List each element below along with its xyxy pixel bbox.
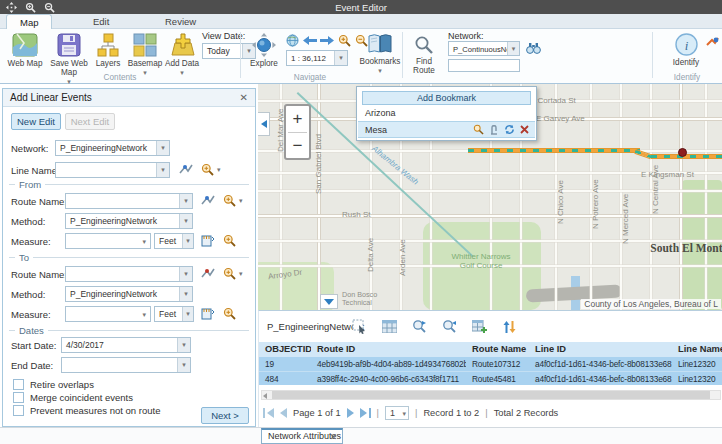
line-name-zoom-caret[interactable]: ▾ xyxy=(217,167,221,173)
table-row[interactable]: 484 a398ff4c-2940-4c00-96b6-c6343f8f1711… xyxy=(259,371,722,385)
to-route-zoom-caret[interactable]: ▾ xyxy=(239,271,243,277)
panel-network-select[interactable]: P_EngineeringNetwork ▾ xyxy=(55,140,170,156)
tab-review[interactable]: Review xyxy=(152,14,209,29)
previous-page-button[interactable] xyxy=(280,408,287,418)
page-select[interactable]: 1▾ xyxy=(385,406,409,420)
next-page-button[interactable] xyxy=(347,408,354,418)
start-date-caret[interactable]: ▾ xyxy=(177,338,190,352)
col-objectid[interactable]: OBJECTID xyxy=(259,342,311,357)
horizontal-scrollbar[interactable] xyxy=(261,390,721,400)
select-features-icon[interactable] xyxy=(351,318,368,335)
next-extent-icon[interactable] xyxy=(320,35,334,46)
scale-select[interactable]: 1 : 36,112 ▾ xyxy=(286,50,348,66)
network-select[interactable]: P_ContinuousNetwork ▾ xyxy=(448,41,520,56)
from-route-zoom-caret[interactable]: ▾ xyxy=(239,198,243,204)
pan-icon[interactable] xyxy=(3,1,19,13)
from-measure-combo[interactable]: ▾ xyxy=(65,233,151,249)
tab-network-attributes[interactable]: Network Attributes ✕ xyxy=(261,428,343,444)
bookmark-refresh-icon[interactable] xyxy=(504,124,515,135)
zoom-in-icon[interactable] xyxy=(22,1,38,13)
last-page-button[interactable] xyxy=(360,408,371,418)
merge-coincident-checkbox[interactable] xyxy=(13,392,24,403)
to-method-select[interactable]: P_EngineeringNetwork ▾ xyxy=(65,286,193,302)
binoculars-icon[interactable] xyxy=(526,42,541,54)
bookmark-zoom-icon[interactable] xyxy=(473,124,484,135)
from-measure-zoom-icon[interactable] xyxy=(223,234,236,247)
from-units-select[interactable]: Feet ▾ xyxy=(154,233,194,249)
col-line-name[interactable]: Line Name xyxy=(672,342,722,357)
start-date-select[interactable]: 4/30/2017 ▾ xyxy=(61,337,191,353)
to-units-select[interactable]: Feet ▾ xyxy=(154,306,194,322)
scale-caret[interactable]: ▾ xyxy=(334,51,347,65)
next-button[interactable]: Next > xyxy=(201,407,249,424)
col-line-id[interactable]: Line ID xyxy=(529,342,672,357)
table-row[interactable]: 19 4eb9419b-af9b-4d04-ab89-1d493476802b … xyxy=(259,357,722,371)
find-route-button[interactable]: Find Route xyxy=(404,35,444,75)
web-map-button[interactable]: Web Map xyxy=(4,33,46,68)
from-method-select[interactable]: P_EngineeringNetwork ▾ xyxy=(65,213,193,229)
add-table-icon[interactable] xyxy=(471,318,488,335)
add-data-button[interactable]: Add Data ▾ xyxy=(164,33,200,77)
bookmark-pan-icon[interactable] xyxy=(489,124,499,135)
pan-to-selected-icon[interactable] xyxy=(441,318,458,335)
map-zoom-in-button[interactable]: + xyxy=(286,106,309,132)
from-route-zoom-icon[interactable] xyxy=(223,194,236,207)
add-bookmark-button[interactable]: Add Bookmark xyxy=(362,91,531,105)
collapse-panel-button[interactable] xyxy=(258,112,270,136)
network-select-caret[interactable]: ▾ xyxy=(507,42,519,55)
from-measure-tool-icon[interactable] xyxy=(201,234,215,247)
to-units-caret[interactable]: ▾ xyxy=(182,307,193,321)
new-edit-button[interactable]: New Edit xyxy=(11,113,61,130)
from-units-caret[interactable]: ▾ xyxy=(182,234,193,248)
scrollbar-thumb[interactable] xyxy=(272,391,710,399)
table-options-icon[interactable] xyxy=(381,318,398,335)
from-select-route-icon[interactable] xyxy=(201,194,215,208)
to-route-name-caret[interactable]: ▾ xyxy=(179,267,192,281)
identify-route-icon[interactable] xyxy=(706,36,719,49)
bookmark-delete-icon[interactable] xyxy=(520,125,529,134)
prevent-measures-checkbox[interactable] xyxy=(13,405,24,416)
to-measure-caret[interactable]: ▾ xyxy=(142,312,146,318)
route-end-marker[interactable] xyxy=(678,148,687,157)
identify-button[interactable]: i Identify xyxy=(666,33,706,67)
to-route-name-select[interactable]: ▾ xyxy=(65,266,193,282)
col-route-name[interactable]: Route Name xyxy=(466,342,529,357)
to-measure-zoom-icon[interactable] xyxy=(223,307,236,320)
from-route-name-select[interactable]: ▾ xyxy=(65,193,193,209)
select-line-on-map-icon[interactable] xyxy=(179,163,193,177)
retire-overlaps-checkbox[interactable] xyxy=(13,379,24,390)
col-route-id[interactable]: Route ID xyxy=(311,342,466,357)
zoom-to-selected-icon[interactable] xyxy=(411,318,428,335)
network-route-input[interactable] xyxy=(448,59,520,72)
first-page-button[interactable] xyxy=(263,408,274,418)
scroll-left-icon[interactable] xyxy=(263,393,267,399)
basemap-button[interactable]: Basemap ▾ xyxy=(126,33,164,77)
zoom-out-icon[interactable] xyxy=(41,1,57,13)
end-date-select[interactable]: ▾ xyxy=(61,357,191,373)
panel-close-icon[interactable]: ✕ xyxy=(240,89,248,107)
line-name-zoom-icon[interactable] xyxy=(201,163,214,176)
to-measure-tool-icon[interactable] xyxy=(201,307,215,320)
tab-map[interactable]: Map xyxy=(6,14,52,29)
sort-icon[interactable] xyxy=(501,318,518,335)
tab-edit[interactable]: Edit xyxy=(80,14,122,29)
map-zoom-out-button[interactable]: − xyxy=(286,133,309,159)
from-route-name-caret[interactable]: ▾ xyxy=(179,194,192,208)
from-measure-caret[interactable]: ▾ xyxy=(142,239,146,245)
selected-route-segment[interactable] xyxy=(468,148,640,153)
line-name-caret[interactable]: ▾ xyxy=(156,163,169,177)
bookmarks-button[interactable]: Bookmarks ▾ xyxy=(358,33,402,75)
globe-icon[interactable] xyxy=(286,34,299,47)
next-edit-button[interactable]: Next Edit xyxy=(65,113,115,130)
map-zoom-in-icon[interactable] xyxy=(338,34,351,47)
bookmark-item-arizona[interactable]: Arizona xyxy=(358,107,535,120)
layers-button[interactable]: Layers xyxy=(92,33,124,68)
line-name-select[interactable]: ▾ xyxy=(55,162,170,178)
to-select-route-icon[interactable] xyxy=(201,267,215,281)
bookmarks-dropdown-caret[interactable]: ▾ xyxy=(378,68,382,74)
selected-route-segment-east[interactable] xyxy=(651,154,722,159)
to-route-zoom-icon[interactable] xyxy=(223,267,236,280)
end-date-caret[interactable]: ▾ xyxy=(177,358,190,372)
from-method-caret[interactable]: ▾ xyxy=(179,214,192,228)
previous-extent-icon[interactable] xyxy=(303,35,317,46)
